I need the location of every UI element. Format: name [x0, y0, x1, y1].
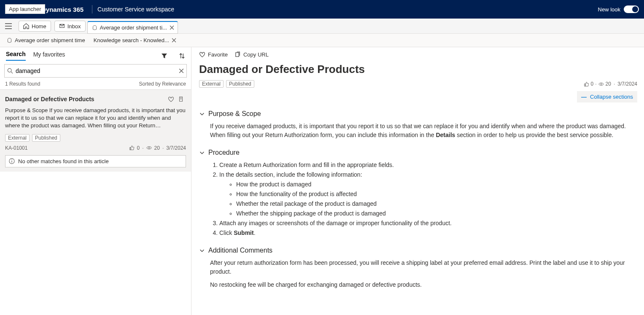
no-more-matches-text: No other matches found in this article	[18, 158, 109, 164]
procedure-step: In the details section, include the foll…	[219, 170, 637, 218]
svg-line-13	[11, 72, 13, 73]
inbox-icon	[59, 23, 65, 29]
workspace-name: Customer Service workspace	[97, 6, 174, 13]
results-found-label: 1 Results found	[5, 81, 40, 87]
article-views: 20	[606, 81, 611, 87]
knowledge-search-subtab[interactable]: Knowledge search - Knowled...	[89, 34, 181, 47]
new-look-label: New look	[598, 6, 620, 13]
section-header-procedure[interactable]: Procedure	[199, 149, 637, 156]
result-id: KA-01001	[5, 145, 27, 151]
chevron-down-icon	[199, 248, 205, 253]
popout-icon	[178, 96, 184, 102]
new-look-toggle[interactable]	[624, 5, 639, 13]
copy-icon	[234, 51, 241, 58]
collapse-sections-button[interactable]: — Collapse sections	[577, 91, 637, 102]
case-subtab-label: Average order shipment time	[15, 37, 85, 43]
article-badge-published: Published	[226, 80, 254, 88]
home-icon	[23, 23, 29, 29]
section-header-comments[interactable]: Additional Comments	[199, 247, 637, 254]
section-title: Additional Comments	[208, 247, 272, 254]
eye-icon	[146, 145, 152, 151]
collapse-sections-label: Collapse sections	[590, 94, 633, 100]
favorite-label: Favorite	[208, 51, 228, 58]
home-tab[interactable]: Home	[19, 21, 51, 32]
popout-result-button[interactable]	[176, 94, 186, 104]
divider	[92, 5, 92, 13]
home-tab-label: Home	[32, 23, 46, 30]
procedure-step: Attach any images or screenshots of the …	[219, 219, 637, 228]
info-icon	[9, 158, 15, 164]
section-body-comments: After your return authorization form has…	[199, 258, 637, 289]
result-likes: 0	[137, 145, 140, 151]
article-title: Damaged or Defective Products	[199, 63, 637, 76]
copy-url-button[interactable]: Copy URL	[234, 51, 269, 58]
article-date: 3/7/2024	[617, 81, 637, 87]
sort-icon	[179, 53, 185, 59]
sort-button[interactable]	[177, 51, 187, 61]
procedure-bullet: Whether the shipping package of the prod…	[236, 209, 637, 218]
thumbs-up-icon	[129, 145, 135, 151]
svg-point-17	[11, 159, 12, 160]
case-icon	[7, 38, 12, 43]
search-input-container[interactable]	[4, 64, 187, 78]
case-icon	[92, 25, 97, 30]
minus-icon: —	[581, 94, 587, 100]
sorted-by-label: Sorted by Relevance	[139, 81, 186, 87]
search-tab[interactable]: Search	[6, 51, 26, 61]
search-result-card[interactable]: Damaged or Defective Products Purpose & …	[0, 89, 191, 172]
svg-point-14	[148, 147, 149, 148]
heart-icon	[199, 51, 205, 58]
result-badge-published: Published	[32, 134, 60, 142]
close-icon[interactable]	[170, 25, 174, 30]
result-snippet: Purpose & Scope If you receive damaged p…	[5, 107, 186, 130]
section-title: Purpose & Scope	[208, 110, 261, 118]
article-badge-external: External	[199, 80, 224, 88]
inbox-tab-label: Inbox	[67, 23, 81, 30]
result-views: 20	[154, 145, 160, 151]
filter-button[interactable]	[159, 51, 169, 61]
eye-icon	[598, 81, 604, 87]
article-likes: 0	[591, 81, 594, 87]
search-input[interactable]	[13, 67, 179, 74]
result-title: Damaged or Defective Products	[5, 96, 166, 102]
procedure-bullet: How the functionality of the product is …	[236, 190, 637, 199]
favorite-result-button[interactable]	[166, 94, 176, 104]
hamburger-menu[interactable]	[3, 19, 14, 33]
procedure-step: Create a Return Authorization form and f…	[219, 161, 637, 170]
favorite-button[interactable]: Favorite	[199, 51, 228, 58]
result-date: 3/7/2024	[166, 145, 186, 151]
heart-icon	[168, 96, 174, 102]
close-icon	[179, 68, 184, 73]
knowledge-search-subtab-label: Knowledge search - Knowled...	[94, 37, 169, 43]
procedure-bullet: Whether the retail package of the produc…	[236, 199, 637, 208]
copy-url-label: Copy URL	[243, 51, 269, 58]
session-tab-label: Average order shipment ti...	[100, 24, 167, 31]
filter-icon	[161, 53, 167, 59]
svg-point-12	[8, 68, 11, 72]
section-title: Procedure	[208, 149, 240, 156]
session-tab-active[interactable]: Average order shipment ti...	[87, 21, 178, 34]
chevron-down-icon	[199, 150, 205, 156]
section-body-purpose: If you receive damaged products, it is i…	[199, 122, 637, 140]
section-header-purpose[interactable]: Purpose & Scope	[199, 110, 637, 118]
chevron-down-icon	[199, 111, 205, 117]
section-body-procedure: Create a Return Authorization form and f…	[199, 161, 637, 237]
svg-point-19	[600, 83, 601, 84]
clear-search-button[interactable]	[179, 68, 184, 73]
my-favorites-tab[interactable]: My favorites	[33, 51, 65, 60]
no-more-matches-banner: No other matches found in this article	[5, 155, 186, 167]
thumbs-up-icon	[584, 81, 589, 87]
case-subtab[interactable]: Average order shipment time	[3, 34, 89, 47]
inbox-tab[interactable]: Inbox	[54, 21, 86, 32]
procedure-bullet: How the product is damaged	[236, 180, 637, 189]
result-badge-external: External	[5, 134, 30, 142]
close-icon[interactable]	[172, 38, 176, 43]
app-launcher-tooltip: App launcher	[5, 4, 45, 14]
search-icon	[7, 68, 13, 74]
procedure-step: Click Submit.	[219, 229, 637, 237]
svg-rect-18	[236, 53, 239, 57]
